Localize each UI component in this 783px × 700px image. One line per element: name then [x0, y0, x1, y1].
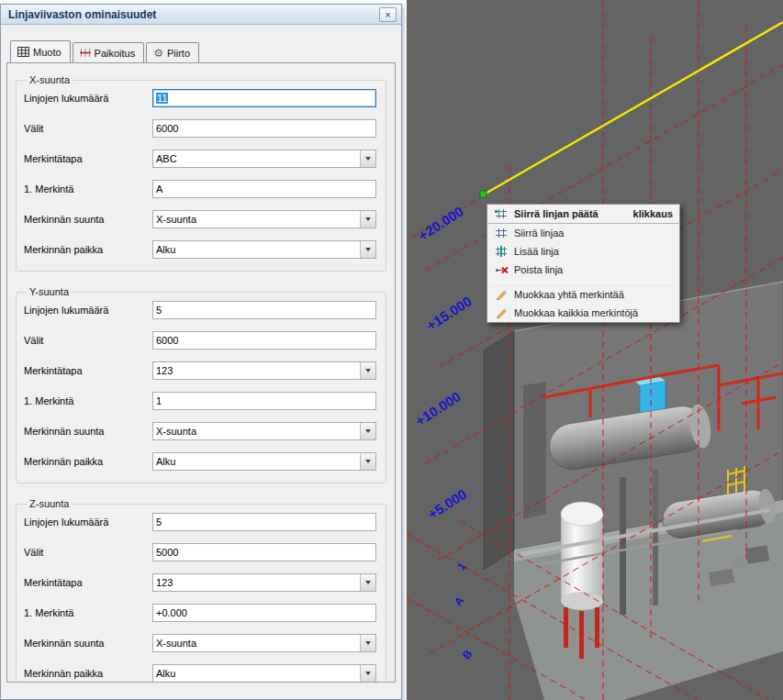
- delete-line-icon: [494, 264, 509, 276]
- chevron-down-icon: [360, 150, 375, 167]
- field-label: Merkintätapa: [24, 365, 152, 376]
- field-label: Välit: [24, 123, 152, 134]
- dialog-titlebar[interactable]: Linjaviivaston ominaisuudet ×: [1, 5, 401, 25]
- pencil-icon: [494, 289, 509, 301]
- menu-item-delete-line[interactable]: Poista linja: [487, 261, 679, 279]
- field-label: Välit: [24, 547, 152, 558]
- move-line-icon: [494, 228, 509, 239]
- field-label: Linjojen lukumäärä: [24, 93, 152, 104]
- label-position-x-combo[interactable]: Alku: [152, 240, 376, 259]
- label-position-y-combo[interactable]: Alku: [152, 452, 376, 471]
- tab-piirto[interactable]: ⚙ Piirto: [146, 42, 199, 62]
- menu-item-add-line[interactable]: Lisää linja: [487, 242, 679, 261]
- spacing-x-input[interactable]: 6000: [152, 119, 376, 138]
- label-position-z-combo[interactable]: Alku: [152, 664, 376, 683]
- group-title: Y-suunta: [27, 286, 72, 297]
- chevron-down-icon: [360, 635, 375, 651]
- dialog-title: Linjaviivaston ominaisuudet: [8, 8, 379, 21]
- label-type-x-combo[interactable]: ABC: [152, 150, 376, 168]
- line-count-z-input[interactable]: 5: [152, 513, 376, 531]
- group-title: Z-suunta: [27, 498, 72, 509]
- chevron-down-icon: [360, 423, 375, 439]
- tab-muoto[interactable]: Muoto: [10, 40, 71, 62]
- tab-control: Muoto Paikoitus ⚙ Piirto X-suunta: [6, 42, 396, 683]
- menu-item-move-line[interactable]: Siirrä linjaa: [487, 224, 679, 242]
- gear-icon: ⚙: [153, 49, 163, 58]
- positioning-icon: [80, 48, 91, 58]
- field-label: Merkinnän paikka: [24, 244, 152, 255]
- field-label: Linjojen lukumäärä: [24, 517, 152, 528]
- tab-label: Muoto: [33, 47, 62, 58]
- close-icon[interactable]: ×: [379, 7, 397, 22]
- line-count-x-input[interactable]: 11: [152, 89, 376, 107]
- chevron-down-icon: [360, 665, 375, 682]
- label-type-y-combo[interactable]: 123: [152, 361, 376, 380]
- viewport-canvas[interactable]: +20.000 +15.000 +10.000 +5.000 1 A B: [407, 0, 783, 700]
- vertical-vessel[interactable]: [561, 502, 603, 659]
- pencil-icon: [494, 307, 509, 319]
- context-menu: Siirrä linjan päätä klikkaus Siirrä linj…: [487, 204, 680, 323]
- line-end-handle[interactable]: [480, 191, 487, 197]
- field-label: Merkinnän paikka: [24, 668, 152, 679]
- tab-page-muoto: X-suunta Linjojen lukumäärä 11 Välit 600…: [6, 62, 396, 683]
- group-title: X-suunta: [27, 74, 73, 85]
- line-count-y-input[interactable]: 5: [152, 301, 376, 319]
- grid-properties-dialog: Linjaviivaston ominaisuudet × Muoto Paik…: [0, 4, 402, 700]
- chevron-down-icon: [360, 362, 375, 379]
- field-label: Merkinnän suunta: [24, 638, 152, 649]
- move-line-end-icon: [494, 208, 509, 219]
- y-direction-group: Y-suunta Linjojen lukumäärä 5 Välit 6000: [16, 286, 386, 483]
- label-direction-x-combo[interactable]: X-suunta: [152, 210, 376, 228]
- menu-header-move-line-end[interactable]: Siirrä linjan päätä klikkaus: [487, 205, 679, 224]
- field-label: Merkinnän paikka: [24, 456, 152, 467]
- field-label: 1. Merkintä: [24, 607, 152, 618]
- menu-separator: [489, 282, 677, 283]
- field-label: Linjojen lukumäärä: [24, 305, 152, 316]
- chevron-down-icon: [360, 574, 375, 591]
- menu-item-edit-all-labels[interactable]: Muokkaa kaikkia merkintöjä: [487, 304, 679, 322]
- label-direction-z-combo[interactable]: X-suunta: [152, 634, 376, 652]
- app-window: Linjaviivaston ominaisuudet × Muoto Paik…: [0, 0, 783, 700]
- field-label: 1. Merkintä: [24, 395, 152, 406]
- field-label: Merkinnän suunta: [24, 214, 152, 225]
- field-label: Välit: [24, 335, 152, 346]
- x-direction-group: X-suunta Linjojen lukumäärä 11 Välit 600…: [16, 74, 386, 272]
- first-label-z-input[interactable]: +0.000: [152, 604, 376, 622]
- grid-shape-icon: [17, 47, 29, 57]
- tab-paikoitus[interactable]: Paikoitus: [73, 42, 145, 62]
- z-direction-group: Z-suunta Linjojen lukumäärä 5 Välit 5000: [16, 498, 386, 683]
- field-label: Merkintätapa: [24, 577, 152, 588]
- chevron-down-icon: [360, 211, 375, 228]
- label-type-z-combo[interactable]: 123: [152, 573, 376, 592]
- label-direction-y-combo[interactable]: X-suunta: [152, 422, 376, 440]
- tab-strip: Muoto Paikoitus ⚙ Piirto: [6, 42, 396, 62]
- chevron-down-icon: [360, 241, 375, 258]
- first-label-y-input[interactable]: 1: [152, 392, 376, 410]
- tab-label: Paikoitus: [95, 48, 136, 59]
- field-label: Merkintätapa: [24, 153, 152, 164]
- add-line-icon: [494, 246, 509, 257]
- spacing-z-input[interactable]: 5000: [152, 543, 376, 561]
- tab-label: Piirto: [167, 48, 190, 59]
- first-label-x-input[interactable]: A: [152, 180, 376, 198]
- spacing-y-input[interactable]: 6000: [152, 331, 376, 350]
- menu-item-edit-one-label[interactable]: Muokkaa yhtä merkintää: [487, 285, 679, 304]
- chevron-down-icon: [360, 453, 375, 470]
- field-label: 1. Merkintä: [24, 183, 152, 194]
- field-label: Merkinnän suunta: [24, 426, 152, 437]
- plant-3d-model[interactable]: [484, 282, 783, 700]
- menu-shortcut: klikkaus: [633, 208, 673, 219]
- model-viewport[interactable]: +20.000 +15.000 +10.000 +5.000 1 A B Sii…: [407, 0, 783, 700]
